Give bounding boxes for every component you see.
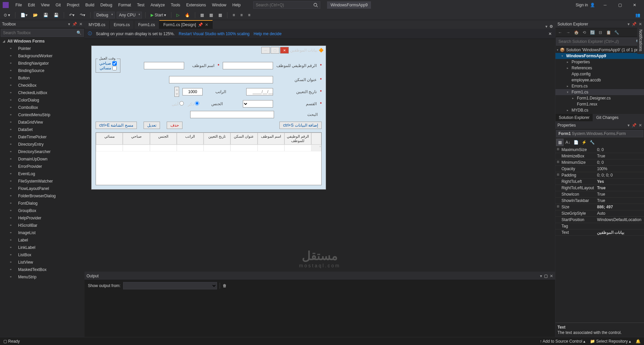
wrench-icon[interactable]: 🔧 [588, 139, 596, 146]
toolbox-item[interactable]: ▫ColorDialog [0, 96, 85, 104]
property-row[interactable]: SizeGripStyleAuto [555, 210, 644, 217]
output-options-icon[interactable]: ▾ [540, 274, 542, 278]
property-row[interactable]: RightToLeftYes [555, 179, 644, 185]
close-icon[interactable]: ✕ [639, 22, 642, 26]
toolbox-item[interactable]: ▫ContextMenuStrip [0, 111, 85, 119]
grid-header-cell[interactable]: الراتب [177, 133, 204, 145]
menu-file[interactable]: File [13, 1, 24, 9]
sol-options-icon[interactable]: ▾ [628, 22, 630, 26]
tree-item[interactable]: ▾Form1.cs [555, 89, 644, 95]
toolbox-item[interactable]: ▫FolderBrowserDialog [0, 192, 85, 200]
toolbox-item[interactable]: ▫BindingSource [0, 67, 85, 74]
properties-icon[interactable]: 🔧 [613, 29, 620, 36]
global-search[interactable] [253, 1, 320, 9]
toolbox-item[interactable]: ▫Button [0, 74, 85, 82]
toolbox-item[interactable]: ▫Pointer [0, 45, 85, 52]
toolbox-item[interactable]: ▫ListView [0, 259, 85, 266]
properties-grid[interactable]: ⊞MaximumSize0; 0MinimizeBoxTrue⊞MinimumS… [555, 147, 644, 323]
notifications-bell-icon[interactable]: 🔔 [636, 339, 641, 344]
categorized-icon[interactable]: ▦ [556, 139, 564, 146]
live-share-button[interactable]: 👥 [634, 12, 642, 18]
platform-combo[interactable]: Any CPU [117, 12, 142, 18]
menu-build[interactable]: Build [83, 1, 97, 9]
notifications-tab[interactable]: Notifications [637, 27, 644, 54]
tree-item[interactable]: App.config [555, 71, 644, 77]
hot-reload-button[interactable]: 🔥 [183, 12, 192, 18]
grid-header-cell[interactable]: الرقم الوظيفي للموظف [284, 133, 311, 145]
toolbox-item[interactable]: ▫FontDialog [0, 200, 85, 207]
save-button[interactable]: 💾 [42, 12, 50, 18]
props-options-icon[interactable]: ▾ [628, 123, 630, 128]
open-button[interactable]: 📂 [31, 12, 40, 18]
toolbox-search[interactable]: 🔍 [1, 29, 84, 37]
toolbox-item[interactable]: ▫HelpProvider [0, 214, 85, 222]
redo-button[interactable]: ↷▾ [78, 12, 87, 18]
toolbox-item[interactable]: ▫HScrollBar [0, 222, 85, 229]
tree-item[interactable]: Form1.resx [555, 101, 644, 107]
toolbox-item[interactable]: ▫ListBox [0, 251, 85, 259]
toolbox-item[interactable]: ▫DirectorySearcher [0, 148, 85, 155]
tabs-dropdown-icon[interactable]: ▾ [545, 24, 547, 29]
toolbox-item[interactable]: ▫FileSystemWatcher [0, 178, 85, 185]
close-icon[interactable]: ✕ [639, 123, 642, 128]
clear-button[interactable]: مسح الشاشة ctrl+E [96, 122, 137, 129]
new-button[interactable]: 📄▾ [19, 12, 29, 18]
toolbox-item[interactable]: ▫CheckBox [0, 82, 85, 89]
tab-close-icon[interactable]: ✕ [205, 22, 208, 27]
hire-date-input[interactable] [246, 88, 273, 95]
start-without-debug-button[interactable]: ▷ [175, 12, 181, 18]
minimize-button[interactable]: ─ [598, 0, 612, 10]
salary-input[interactable] [182, 88, 203, 95]
toolbox-item[interactable]: ▫MenuStrip [0, 273, 85, 281]
save-all-button[interactable]: 💾 [52, 12, 60, 18]
tabs-settings-icon[interactable]: ⚙ [549, 24, 553, 29]
menu-project[interactable]: Project [64, 1, 82, 9]
document-tab[interactable]: MYDB.cs [85, 21, 110, 29]
toolbox-item[interactable]: ▫EventLog [0, 170, 85, 178]
property-row[interactable]: ShowInTaskbarTrue [555, 198, 644, 204]
emp-id-input[interactable] [223, 62, 273, 69]
close-icon[interactable]: ✕ [550, 274, 553, 278]
menu-format[interactable]: Format [116, 1, 134, 9]
design-form[interactable]: 🔶 بيانات الموظفين ─ ▢ ✕ *الرقم الوظيفي ل… [91, 46, 326, 190]
toolbox-item[interactable]: ▫ComboBox [0, 104, 85, 111]
grid-header-cell[interactable]: عنوان السكن [230, 133, 257, 145]
layout-btn-3[interactable]: ▦ [217, 12, 224, 18]
toolbox-item[interactable]: ▫ImageList [0, 229, 85, 236]
dept-select[interactable] [243, 100, 273, 108]
sol-search[interactable]: 🔍 [556, 38, 643, 46]
align-btn-2[interactable]: ≡ [238, 12, 244, 18]
layout-btn-2[interactable]: ▦ [208, 12, 215, 18]
back-icon[interactable]: ← [557, 29, 564, 36]
toolbox-item[interactable]: ▫ErrorProvider [0, 163, 85, 170]
toolbox-item[interactable]: ▫DataGridView [0, 119, 85, 126]
close-button[interactable]: ✕ [628, 0, 641, 10]
tree-item[interactable]: ▸Form1.Designer.cs [555, 95, 644, 101]
grid-header-cell[interactable]: صباحي [123, 133, 150, 145]
menu-tools[interactable]: Tools [168, 1, 183, 9]
menu-analyze[interactable]: Analyze [148, 1, 168, 9]
toolbox-item[interactable]: ▫DirectoryEntry [0, 141, 85, 148]
forward-icon[interactable]: → [565, 29, 572, 36]
tree-item[interactable]: ▸References [555, 65, 644, 71]
solution-root[interactable]: ▾📦 Solution 'WindowsFormsApp9' (1 of 1 p… [555, 47, 644, 53]
property-row[interactable]: StartPositionWindowsDefaultLocation [555, 217, 644, 223]
edit-button[interactable]: تعديل [144, 122, 160, 129]
property-row[interactable]: ⊞MinimumSize0; 0 [555, 159, 644, 166]
toolbox-item[interactable]: ▫DataSet [0, 126, 85, 133]
property-row[interactable]: ⊞MaximumSize0; 0 [555, 147, 644, 153]
toolbox-item[interactable]: ▫FlowLayoutPanel [0, 185, 85, 192]
document-tab[interactable]: Form1.cs [Design]📌✕ [159, 20, 213, 29]
property-row[interactable]: Opacity100% [555, 166, 644, 172]
male-radio[interactable]: ذكر [188, 101, 199, 107]
clear-output-icon[interactable]: 🗑 [223, 283, 227, 288]
panel-tab[interactable]: Solution Explorer [555, 114, 593, 121]
toolbox-item[interactable]: ▫DomainUpDown [0, 155, 85, 163]
toolbox-item[interactable]: ▫MaskedTextBox [0, 266, 85, 273]
data-grid[interactable]: الرقم الوظيفي للموظفاسم الموظفعنوان السك… [96, 132, 322, 185]
menu-edit[interactable]: Edit [25, 1, 38, 9]
toolbox-item[interactable]: ▫GroupBox [0, 207, 85, 214]
toolbox-item[interactable]: ▫CheckedListBox [0, 89, 85, 96]
toolbox-item[interactable]: ▫Label [0, 236, 85, 244]
spinner-icon[interactable]: ▲▼ [174, 87, 179, 97]
